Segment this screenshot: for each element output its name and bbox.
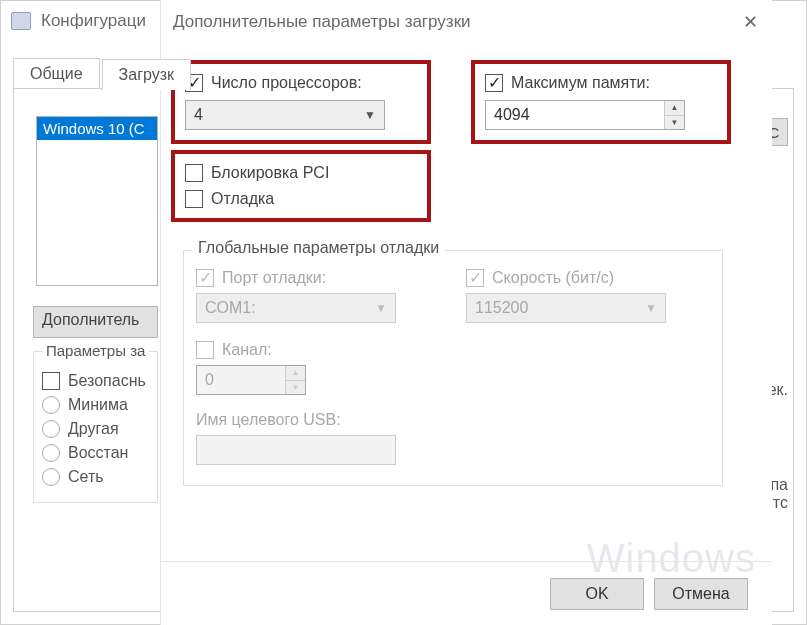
parent-title: Конфигураци: [41, 11, 146, 31]
safeboot-altshell-radio[interactable]: Другая: [42, 420, 149, 438]
channel-value: 0: [197, 366, 285, 394]
spinner-up-icon: ▲: [286, 366, 305, 380]
debug-checkbox-row[interactable]: Отладка: [185, 190, 329, 208]
radio-icon: [42, 444, 60, 462]
radio-label: Минима: [68, 396, 128, 414]
radio-icon: [42, 468, 60, 486]
spinner-buttons: ▲ ▼: [285, 366, 305, 394]
baud-checkbox-row: Скорость (бит/с): [466, 269, 666, 287]
spinner-buttons: ▲ ▼: [664, 101, 684, 129]
chevron-down-icon: ▼: [645, 301, 657, 315]
pcilock-checkbox-row[interactable]: Блокировка PCI: [185, 164, 329, 182]
advanced-options-button[interactable]: Дополнитель: [33, 306, 158, 338]
chevron-down-icon: ▼: [364, 108, 376, 122]
maxmem-input[interactable]: 4094 ▲ ▼: [485, 100, 685, 130]
dialog-title: Дополнительные параметры загрузки: [173, 12, 471, 32]
usb-target-input: [196, 435, 396, 465]
msconfig-icon: [11, 12, 31, 30]
numproc-label: Число процессоров:: [211, 74, 362, 92]
radio-icon: [42, 396, 60, 414]
channel-label: Канал:: [222, 341, 272, 359]
baud-label: Скорость (бит/с): [492, 269, 614, 287]
global-debug-label: Глобальные параметры отладки: [192, 239, 445, 257]
usb-target-label: Имя целевого USB:: [196, 411, 341, 429]
checkbox-icon: [42, 372, 60, 390]
checkbox-icon: [196, 341, 214, 359]
maxmem-label: Максимум памяти:: [511, 74, 650, 92]
spinner-up-icon[interactable]: ▲: [665, 101, 684, 115]
safeboot-label: Безопаснь: [68, 372, 146, 390]
debug-port-label: Порт отладки:: [222, 269, 326, 287]
spinner-down-icon: ▼: [286, 380, 305, 395]
numproc-value: 4: [194, 106, 203, 124]
numproc-select[interactable]: 4 ▼: [185, 100, 385, 130]
safeboot-minimal-radio[interactable]: Минима: [42, 396, 149, 414]
numproc-checkbox-row[interactable]: Число процессоров:: [185, 74, 385, 92]
safeboot-adrepair-radio[interactable]: Восстан: [42, 444, 149, 462]
dialog-footer: OK Отмена: [161, 561, 772, 625]
dialog-titlebar: Дополнительные параметры загрузки ✕: [161, 0, 772, 44]
os-listbox[interactable]: Windows 10 (C: [36, 116, 158, 286]
tab-boot[interactable]: Загрузк: [102, 59, 191, 90]
checkbox-icon: [185, 164, 203, 182]
ok-button[interactable]: OK: [550, 578, 644, 610]
os-list-item[interactable]: Windows 10 (C: [37, 117, 157, 140]
chevron-down-icon: ▼: [375, 301, 387, 315]
safeboot-network-radio[interactable]: Сеть: [42, 468, 149, 486]
maxmem-value: 4094: [486, 101, 664, 129]
checkbox-icon: [185, 190, 203, 208]
close-icon[interactable]: ✕: [740, 12, 760, 32]
spinner-down-icon[interactable]: ▼: [665, 115, 684, 130]
global-debug-group: Глобальные параметры отладки Порт отладк…: [183, 250, 723, 486]
baud-select: 115200 ▼: [466, 293, 666, 323]
safeboot-group-label: Параметры за: [42, 342, 149, 359]
advanced-boot-dialog: Дополнительные параметры загрузки ✕ Числ…: [160, 0, 772, 625]
tab-general[interactable]: Общие: [13, 58, 100, 89]
pcilock-label: Блокировка PCI: [211, 164, 329, 182]
safeboot-group: Параметры за Безопаснь Минима Другая Вос…: [33, 351, 158, 503]
radio-label: Восстан: [68, 444, 128, 462]
baud-value: 115200: [475, 299, 528, 317]
checkbox-icon: [466, 269, 484, 287]
radio-label: Другая: [68, 420, 119, 438]
checkbox-icon: [485, 74, 503, 92]
channel-input: 0 ▲ ▼: [196, 365, 306, 395]
checkbox-icon: [196, 269, 214, 287]
safeboot-checkbox-row[interactable]: Безопаснь: [42, 372, 149, 390]
maxmem-checkbox-row[interactable]: Максимум памяти:: [485, 74, 685, 92]
cancel-button[interactable]: Отмена: [654, 578, 748, 610]
debug-port-checkbox-row: Порт отладки:: [196, 269, 396, 287]
debug-label: Отладка: [211, 190, 274, 208]
usb-target-label-row: Имя целевого USB:: [196, 411, 710, 429]
radio-label: Сеть: [68, 468, 104, 486]
radio-icon: [42, 420, 60, 438]
channel-checkbox-row: Канал:: [196, 341, 710, 359]
debug-port-select: COM1: ▼: [196, 293, 396, 323]
debug-port-value: COM1:: [205, 299, 256, 317]
